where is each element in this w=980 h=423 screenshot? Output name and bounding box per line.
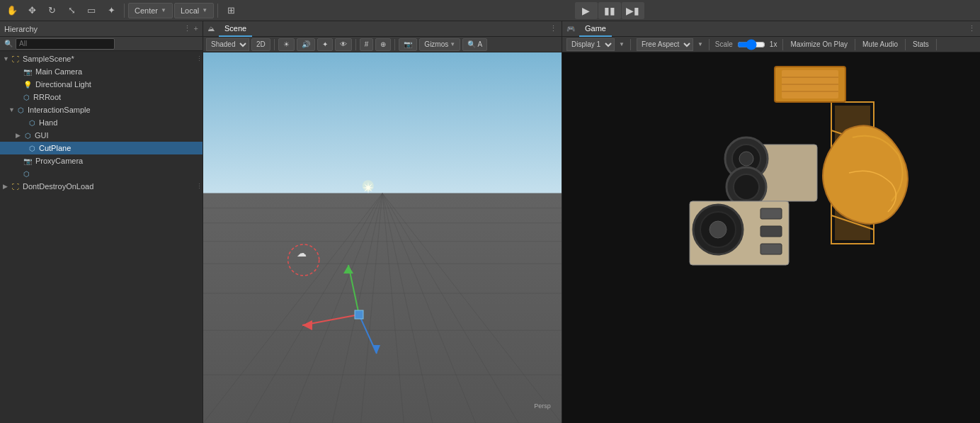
display-dropdown-arrow: ▼ <box>619 41 625 47</box>
label-proxycamera: ProxyCamera <box>35 157 83 165</box>
arrow-samplescene: ▼ <box>3 55 10 62</box>
pivot-label: Center <box>135 6 158 15</box>
label-hand: Hand <box>39 118 57 127</box>
samplescene-options[interactable]: ⋮ <box>196 55 203 62</box>
arrow-interactionsample: ▼ <box>8 106 16 113</box>
aspect-dropdown[interactable]: Free Aspect <box>637 38 693 51</box>
play-btn[interactable]: ▶ <box>575 2 598 19</box>
main-layout: Hierarchy ⋮ + 🔍 ▼ ⛶ SampleScene* ⋮ ▶ 📷 M… <box>0 21 980 423</box>
svg-rect-60 <box>760 226 782 237</box>
label-gui: GUI <box>35 131 49 140</box>
rect-tool-btn[interactable]: ▭ <box>82 2 101 19</box>
camera-btn[interactable]: 📷 <box>399 38 417 51</box>
hierarchy-search-bar: 🔍 <box>0 37 203 51</box>
scene-tab[interactable]: Scene <box>219 21 252 37</box>
hier-item-proxycamera[interactable]: ▶ 📷 ProxyCamera <box>0 154 203 167</box>
hier-item-maincamera[interactable]: ▶ 📷 Main Camera <box>0 65 203 78</box>
lighting-btn[interactable]: ☀ <box>278 38 295 51</box>
hier-item-empty[interactable]: ▶ ⬡ <box>0 167 203 180</box>
go-icon-gui: ⬡ <box>25 132 31 140</box>
hierarchy-content: ▼ ⛶ SampleScene* ⋮ ▶ 📷 Main Camera ▶ 💡 D… <box>0 51 203 423</box>
label-directionallight: Directional Light <box>35 80 91 89</box>
hierarchy-header: Hierarchy ⋮ + <box>0 21 203 37</box>
label-dontdestroy: DontDestroyOnLoad <box>23 182 93 191</box>
2d-label: 2D <box>256 40 266 48</box>
network-btn[interactable]: ⊞ <box>222 2 240 19</box>
game-sep-4 <box>855 39 855 50</box>
dontdestroy-options[interactable]: ⋮ <box>196 183 203 190</box>
hierarchy-header-icons: ⋮ + <box>183 24 198 33</box>
pivot-btn[interactable]: Center ▼ <box>128 3 173 18</box>
2d-btn[interactable]: 2D <box>251 38 270 51</box>
top-toolbar: ✋ ✥ ↻ ⤡ ▭ ✦ Center ▼ Local ▼ ⊞ ▶ ▮▮ ▶▮ <box>0 0 980 21</box>
step-btn[interactable]: ▶▮ <box>622 2 644 19</box>
label-interactionsample: InteractionSample <box>28 106 91 114</box>
hier-item-interactionsample[interactable]: ▼ ⬡ InteractionSample <box>0 103 203 116</box>
rotate-tool-btn[interactable]: ↻ <box>42 2 61 19</box>
scene-icon-dontdestroy: ⛶ <box>12 183 19 191</box>
go-icon-rrroot: ⬡ <box>23 94 30 101</box>
audio-btn[interactable]: 🔊 <box>297 38 315 51</box>
game-canvas[interactable] <box>562 52 980 423</box>
grid-btn[interactable]: # <box>360 38 374 51</box>
hier-item-cutplane[interactable]: ▶ ⬡ CutPlane <box>0 142 203 154</box>
mute-audio-btn[interactable]: Mute Audio <box>861 40 899 48</box>
camera-icon-maincamera: 📷 <box>23 68 32 76</box>
label-rrroot: RRRoot <box>33 93 61 101</box>
hier-item-gui[interactable]: ▶ ⬡ GUI <box>0 129 203 142</box>
light-icon-directionallight: 💡 <box>23 81 32 89</box>
scene-canvas[interactable]: ✴ ☁ <box>203 52 562 423</box>
hier-item-samplescene[interactable]: ▼ ⛶ SampleScene* ⋮ <box>0 52 203 65</box>
search-icon: 🔍 <box>4 40 13 47</box>
hand-tool-btn[interactable]: ✋ <box>3 2 21 19</box>
search-scene-btn[interactable]: 🔍 A <box>462 38 487 51</box>
move-tool-btn[interactable]: ✥ <box>23 2 41 19</box>
stats-btn[interactable]: Stats <box>911 40 930 48</box>
gizmos-arrow: ▼ <box>450 41 455 47</box>
hier-item-directionallight[interactable]: ▶ 💡 Directional Light <box>0 78 203 91</box>
hierarchy-add-icon[interactable]: + <box>194 24 198 33</box>
hierarchy-tab-label[interactable]: Hierarchy <box>4 25 38 33</box>
svg-point-21 <box>363 180 374 191</box>
hier-item-hand[interactable]: ▶ ⬡ Hand <box>0 116 203 129</box>
game-header-right: ⋮ <box>968 24 976 33</box>
game-more-btn[interactable]: ⋮ <box>968 24 976 33</box>
game-sep-3 <box>782 39 783 50</box>
game-svg <box>562 52 980 423</box>
scene-toolbar: Shaded 2D ☀ 🔊 ✦ 👁 # ⊕ 📷 Gizmos ▼ <box>203 37 562 52</box>
go-icon-cutplane: ⬡ <box>29 145 35 152</box>
scene-sep-2 <box>355 39 356 50</box>
hierarchy-search-input[interactable] <box>16 38 115 50</box>
game-sep-6 <box>936 39 937 50</box>
hier-item-rrroot[interactable]: ▶ ⬡ RRRoot <box>0 91 203 103</box>
scene-icon-samplescene: ⛶ <box>12 55 19 63</box>
maximize-on-play-btn[interactable]: Maximize On Play <box>789 40 849 48</box>
camera-icon-proxycamera: 📷 <box>23 157 32 165</box>
scale-value: 1x <box>770 40 777 48</box>
svg-rect-59 <box>760 208 782 219</box>
scale-tool-btn[interactable]: ⤡ <box>62 2 81 19</box>
display-dropdown[interactable]: Display 1 <box>566 38 615 51</box>
scale-slider[interactable] <box>737 40 765 50</box>
pivot-arrow: ▼ <box>161 7 166 13</box>
hier-item-dontdestroy[interactable]: ▶ ⛶ DontDestroyOnLoad ⋮ <box>0 180 203 193</box>
scene-more-btn[interactable]: ⋮ <box>549 24 557 33</box>
game-tab[interactable]: Game <box>579 21 612 37</box>
visibility-btn[interactable]: 👁 <box>335 38 352 51</box>
game-view: 🎮 Game ⋮ Display 1 ▼ Free Aspect ▼ Scale <box>562 21 980 423</box>
hierarchy-more-icon[interactable]: ⋮ <box>183 24 191 33</box>
transform-tool-btn[interactable]: ✦ <box>102 2 120 19</box>
svg-text:Persp: Persp <box>534 402 551 410</box>
scene-header: ⛰ Scene ⋮ <box>203 21 562 37</box>
pause-btn[interactable]: ▮▮ <box>598 2 621 19</box>
shading-dropdown[interactable]: Shaded <box>206 38 249 51</box>
effects-btn[interactable]: ✦ <box>317 38 333 51</box>
gizmos-btn[interactable]: Gizmos ▼ <box>419 38 460 51</box>
space-arrow: ▼ <box>202 7 207 13</box>
play-controls: ▶ ▮▮ ▶▮ <box>575 2 644 19</box>
svg-rect-61 <box>760 244 782 254</box>
snap-btn[interactable]: ⊕ <box>375 38 391 51</box>
svg-rect-30 <box>355 310 363 319</box>
space-btn[interactable]: Local ▼ <box>174 3 214 18</box>
go-icon-empty: ⬡ <box>23 170 30 178</box>
